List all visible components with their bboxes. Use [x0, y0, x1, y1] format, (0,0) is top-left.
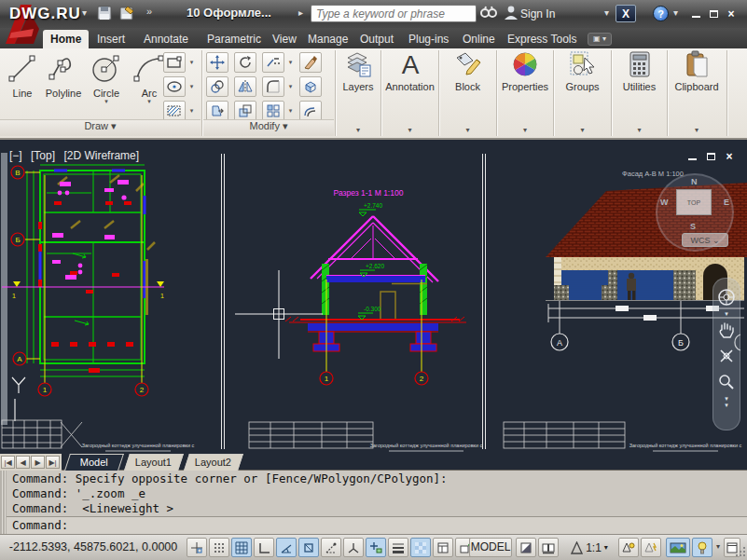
scale-button[interactable]	[234, 101, 256, 121]
tab-output[interactable]: Output	[353, 30, 401, 48]
exchange-apps-button[interactable]: X	[616, 5, 636, 22]
next-tab-button[interactable]: ▶	[31, 456, 45, 469]
annotation-expand-icon[interactable]: ▾	[381, 126, 438, 134]
array-button[interactable]	[262, 101, 284, 121]
model-space-button[interactable]: MODEL	[469, 538, 512, 557]
tab-express-tools[interactable]: Express Tools	[500, 30, 584, 48]
save-button[interactable]	[95, 6, 114, 22]
fillet-dropdown-icon[interactable]: ▾	[285, 76, 296, 97]
zoom-button[interactable]	[716, 372, 737, 392]
layers-expand-icon[interactable]: ▾	[336, 126, 380, 134]
ellipse-dropdown-icon[interactable]: ▾	[187, 76, 197, 97]
viewcube-north[interactable]: N	[691, 177, 698, 186]
ellipse-button[interactable]	[163, 76, 186, 97]
block-expand-icon[interactable]: ▾	[439, 126, 496, 134]
orbit-button[interactable]	[716, 346, 737, 366]
mirror-button[interactable]	[234, 76, 256, 97]
title-menu-arrow-icon[interactable]: ▸	[298, 7, 303, 18]
block-panel-button[interactable]: Block	[439, 50, 496, 104]
scale-dropdown-icon[interactable]: ▾	[604, 543, 608, 552]
move-button[interactable]	[206, 52, 228, 73]
dyn-toggle[interactable]	[366, 538, 386, 557]
autoscale-button[interactable]	[641, 538, 661, 557]
signin-label[interactable]: Sign In	[520, 7, 555, 20]
erase-button[interactable]	[299, 52, 322, 73]
command-input[interactable]: Command:	[7, 517, 747, 534]
hatch-dropdown-icon[interactable]: ▾	[187, 101, 197, 121]
command-window-grip[interactable]	[0, 471, 7, 534]
search-button[interactable]	[479, 5, 498, 21]
transparency-toggle[interactable]	[410, 538, 431, 557]
annotation-monitor-button[interactable]	[692, 538, 712, 557]
modify-panel-title[interactable]: Modify ▾	[203, 119, 334, 136]
circle-button[interactable]: Circle ▾	[86, 51, 127, 118]
first-tab-button[interactable]: |◀	[1, 456, 15, 469]
quick-properties-toggle[interactable]	[433, 538, 453, 557]
hatch-button[interactable]	[163, 101, 186, 121]
help-dropdown-icon[interactable]: ▾	[673, 7, 678, 18]
viewcube-east[interactable]: E	[724, 198, 729, 207]
snap-toggle[interactable]	[187, 538, 207, 557]
minimize-button[interactable]	[688, 7, 703, 20]
lwt-toggle[interactable]	[388, 538, 408, 557]
help-button[interactable]: ?	[653, 6, 669, 21]
otrack-toggle[interactable]	[321, 538, 341, 557]
doc-minimize-button[interactable]	[684, 150, 700, 163]
viewcube-top-face[interactable]: TOP	[676, 189, 712, 215]
tab-layout2[interactable]: Layout2	[184, 454, 243, 471]
tab-manage[interactable]: Manage	[300, 30, 355, 48]
trim-dropdown-icon[interactable]: ▾	[285, 52, 296, 73]
tab-layout1[interactable]: Layout1	[124, 454, 184, 471]
groups-expand-icon[interactable]: ▾	[554, 126, 611, 134]
grid-toggle[interactable]	[231, 538, 252, 557]
qat-expand-button[interactable]: »	[140, 6, 159, 22]
annotation-visibility-button[interactable]	[618, 538, 639, 557]
maximize-button[interactable]	[706, 7, 721, 20]
annotation-scale-button[interactable]: 1:1 ▾	[563, 538, 616, 557]
ortho-toggle[interactable]	[254, 538, 274, 557]
command-history[interactable]: Command: Specify opposite corner or [Fen…	[7, 471, 747, 517]
line-button[interactable]: Line	[2, 51, 43, 118]
viewcube-west[interactable]: W	[660, 198, 669, 207]
array-dropdown-icon[interactable]: ▾	[285, 101, 296, 121]
zoom-dropdown-icon[interactable]: ▾	[725, 395, 728, 402]
quick-view-drawings-button[interactable]	[538, 538, 559, 557]
steering-wheel-button[interactable]	[716, 287, 737, 307]
wcs-dropdown[interactable]: WCS ⌄	[682, 233, 728, 247]
search-input[interactable]	[311, 5, 477, 22]
doc-restore-button[interactable]	[702, 150, 719, 163]
tab-plugins[interactable]: Plug-ins	[401, 30, 456, 48]
tab-insert[interactable]: Insert	[90, 30, 132, 48]
wheel-dropdown-icon[interactable]: ▾	[725, 310, 728, 317]
tab-parametric[interactable]: Parametric	[200, 30, 269, 48]
rectangle-button[interactable]	[163, 52, 186, 73]
polar-toggle[interactable]	[276, 538, 297, 557]
pan-button[interactable]	[716, 320, 737, 340]
circle-dropdown-icon[interactable]: ▾	[104, 99, 108, 104]
navbar-more-icon[interactable]: ▾	[725, 402, 728, 408]
properties-expand-icon[interactable]: ▾	[497, 126, 553, 134]
polyline-button[interactable]: Polyline	[43, 51, 84, 118]
app-menu-arrow-icon[interactable]: ▾	[82, 7, 87, 18]
tab-online[interactable]: Online	[455, 30, 503, 48]
doc-close-button[interactable]: ×	[721, 150, 738, 163]
clipboard-expand-icon[interactable]: ▾	[668, 126, 726, 134]
offset-button[interactable]	[299, 101, 322, 121]
properties-panel-button[interactable]: Properties	[497, 50, 553, 104]
ducs-toggle[interactable]	[343, 538, 364, 557]
clipboard-panel-button[interactable]: Clipboard	[668, 50, 726, 104]
osnap-toggle[interactable]	[298, 538, 319, 557]
trim-button[interactable]	[262, 52, 284, 73]
quick-view-layouts-button[interactable]	[516, 538, 536, 557]
tab-model[interactable]: Model	[64, 454, 124, 471]
utilities-panel-button[interactable]: Utilities	[612, 50, 667, 104]
viewport-minus-control[interactable]: [−]	[9, 149, 22, 162]
stretch-button[interactable]	[206, 101, 228, 121]
drawing-area[interactable]: [−] [Top] [2D Wireframe] ×	[0, 140, 747, 454]
viewport-view-control[interactable]: [Top]	[31, 149, 55, 162]
fillet-button[interactable]	[262, 76, 284, 97]
groups-panel-button[interactable]: Groups	[554, 50, 611, 104]
rectangle-dropdown-icon[interactable]: ▾	[187, 52, 197, 73]
layers-panel-button[interactable]: Layers	[336, 50, 380, 104]
arc-dropdown-icon[interactable]: ▾	[147, 99, 151, 104]
